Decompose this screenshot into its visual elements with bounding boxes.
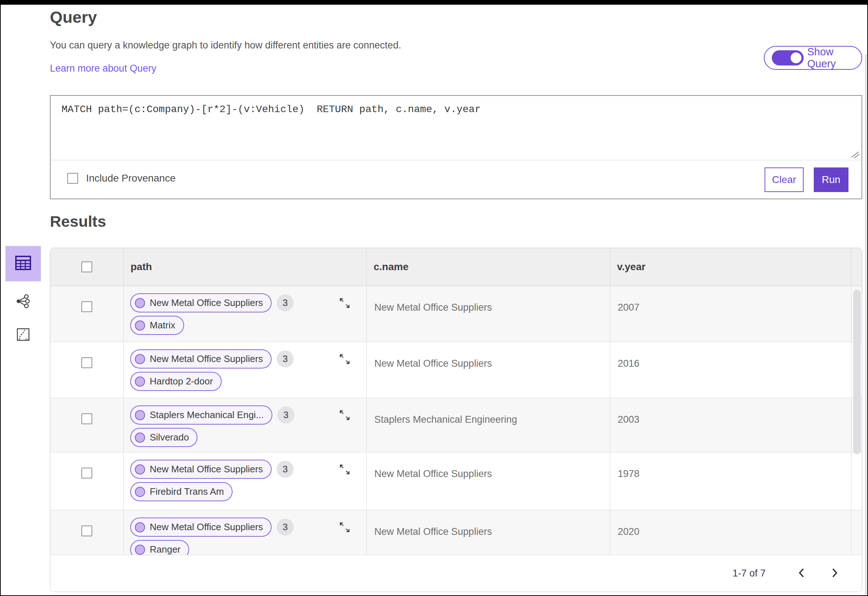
page-title: Query <box>50 8 97 27</box>
column-header-path[interactable]: path <box>124 261 152 273</box>
table-row: New Metal Office Suppliers 3 Firebird Tr… <box>50 453 862 510</box>
include-provenance-checkbox[interactable] <box>67 173 78 184</box>
path-node-pill[interactable]: New Metal Office Suppliers <box>130 350 272 369</box>
c-name-cell: New Metal Office Suppliers <box>366 510 610 556</box>
table-icon <box>15 255 32 272</box>
network-icon <box>16 294 31 310</box>
row-checkbox[interactable] <box>81 357 92 368</box>
node-dot-icon <box>135 464 145 475</box>
clear-button[interactable]: Clear <box>765 167 804 192</box>
expand-path-icon[interactable] <box>338 353 351 366</box>
path-node-pill[interactable]: Ranger <box>130 540 189 556</box>
v-year-cell: 1978 <box>610 453 851 510</box>
table-header-row: path c.name v.year <box>50 248 862 286</box>
include-provenance-option: Include Provenance <box>67 173 176 184</box>
learn-more-link[interactable]: Learn more about Query <box>50 63 156 74</box>
node-dot-icon <box>135 487 145 497</box>
v-year-cell: 2007 <box>610 286 851 342</box>
path-node-pill[interactable]: New Metal Office Suppliers <box>130 518 272 537</box>
results-table: path c.name v.year New Metal Office Supp… <box>50 248 862 592</box>
table-view-button[interactable] <box>6 246 41 281</box>
node-dot-icon <box>135 410 145 420</box>
c-name-cell: New Metal Office Suppliers <box>366 286 610 342</box>
results-view-switcher <box>6 246 41 348</box>
show-query-label: Show Query <box>807 46 862 70</box>
path-count-badge: 3 <box>277 294 294 311</box>
row-checkbox[interactable] <box>81 413 92 424</box>
graph-view-button[interactable] <box>6 289 41 315</box>
chevron-right-icon <box>831 567 839 580</box>
table-row: New Metal Office Suppliers 3 Ranger New … <box>50 510 862 556</box>
node-dot-icon <box>135 298 145 308</box>
page-description: You can query a knowledge graph to ident… <box>50 40 401 51</box>
path-node-pill[interactable]: Matrix <box>130 316 184 335</box>
table-scrollbar-thumb[interactable] <box>853 290 861 454</box>
path-count-badge: 3 <box>277 350 294 367</box>
query-page: Query You can query a knowledge graph to… <box>0 0 868 596</box>
c-name-cell: New Metal Office Suppliers <box>366 453 610 510</box>
expand-path-icon[interactable] <box>338 409 351 422</box>
path-node-pill[interactable]: New Metal Office Suppliers <box>130 460 272 479</box>
expand-path-icon[interactable] <box>338 297 351 310</box>
query-textarea[interactable]: MATCH path=(c:Company)-[r*2]-(v:Vehicle)… <box>51 96 862 159</box>
table-row: New Metal Office Suppliers 3 Matrix New … <box>50 286 862 342</box>
include-provenance-label: Include Provenance <box>86 173 176 184</box>
path-node-pill[interactable]: Silverado <box>130 428 198 447</box>
expand-path-icon[interactable] <box>338 463 351 476</box>
table-row: New Metal Office Suppliers 3 Hardtop 2-d… <box>50 342 862 398</box>
page-scrollbar[interactable] <box>865 54 867 595</box>
table-pagination: 1-7 of 7 <box>50 555 862 592</box>
path-node-pill[interactable]: New Metal Office Suppliers <box>130 293 272 313</box>
show-query-toggle[interactable]: Show Query <box>764 46 862 70</box>
toggle-switch-icon[interactable] <box>772 50 804 65</box>
map-view-button[interactable] <box>6 323 41 348</box>
v-year-cell: 2016 <box>610 342 851 398</box>
path-count-badge: 3 <box>277 461 294 478</box>
column-header-c-name[interactable]: c.name <box>367 261 409 273</box>
column-header-v-year[interactable]: v.year <box>610 261 645 273</box>
node-dot-icon <box>135 376 145 387</box>
path-node-pill[interactable]: Staplers Mechanical Engi... <box>130 406 272 425</box>
window-top-bar <box>0 0 868 5</box>
c-name-cell: New Metal Office Suppliers <box>366 342 610 398</box>
v-year-cell: 2020 <box>610 510 851 556</box>
v-year-cell: 2003 <box>610 398 851 452</box>
map-route-icon <box>16 328 30 343</box>
run-button[interactable]: Run <box>814 167 849 192</box>
node-dot-icon <box>135 432 145 443</box>
node-dot-icon <box>135 544 145 555</box>
c-name-cell: Staplers Mechanical Engineering <box>366 398 610 452</box>
node-dot-icon <box>135 522 145 533</box>
row-checkbox[interactable] <box>81 525 92 536</box>
path-node-pill[interactable]: Firebird Trans Am <box>130 482 233 501</box>
query-editor-card: MATCH path=(c:Company)-[r*2]-(v:Vehicle)… <box>50 95 862 199</box>
results-title: Results <box>50 212 106 230</box>
path-count-badge: 3 <box>277 519 294 536</box>
expand-path-icon[interactable] <box>338 521 351 534</box>
row-checkbox[interactable] <box>81 468 92 478</box>
next-page-button[interactable] <box>827 565 843 582</box>
row-checkbox[interactable] <box>81 301 92 312</box>
chevron-left-icon <box>797 567 805 580</box>
textarea-resize-handle-icon[interactable] <box>851 151 860 160</box>
path-count-badge: 3 <box>278 407 294 423</box>
select-all-checkbox[interactable] <box>81 261 92 272</box>
previous-page-button[interactable] <box>793 565 810 582</box>
node-dot-icon <box>135 354 145 364</box>
table-row: Staplers Mechanical Engi... 3 Silverado … <box>50 398 862 453</box>
node-dot-icon <box>135 320 145 330</box>
path-node-pill[interactable]: Hardtop 2-door <box>130 372 222 391</box>
query-card-divider <box>51 160 862 160</box>
pagination-range-label: 1-7 of 7 <box>732 568 766 579</box>
